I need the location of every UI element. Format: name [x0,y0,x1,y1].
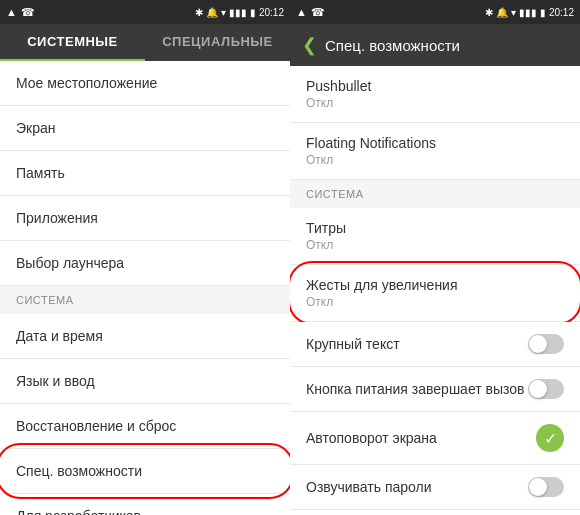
menu-item-backup[interactable]: Восстановление и сброс [0,404,290,449]
captions-title: Титры [306,220,346,236]
pushbullet-text: Pushbullet Откл [306,78,371,110]
right-bt-icon: ✱ [485,7,493,18]
time-left: 20:12 [259,7,284,18]
menu-item-location[interactable]: Мое местоположение [0,61,290,106]
settings-item-quick-enable[interactable]: Быстрое включение Откл [290,510,580,515]
captions-sub: Откл [306,238,346,252]
speak-passwords-title: Озвучивать пароли [306,479,432,495]
notification-icon: 🔔 [206,7,218,18]
phone-icon: ☎ [21,6,35,19]
floating-sub: Откл [306,153,436,167]
menu-item-storage[interactable]: Память [0,151,290,196]
settings-item-autorotate[interactable]: Автоповорот экрана ✓ [290,412,580,465]
gestures-sub: Откл [306,295,458,309]
gestures-text: Жесты для увеличения Откл [306,277,458,309]
signal-icon: ▮▮▮ [229,7,247,18]
time-right: 20:12 [549,7,574,18]
right-status-bar: ▲ ☎ ✱ 🔔 ▾ ▮▮▮ ▮ 20:12 [290,0,580,24]
triangle-icon: ▲ [6,6,17,18]
menu-item-screen[interactable]: Экран [0,106,290,151]
menu-item-language[interactable]: Язык и ввод [0,359,290,404]
autorotate-title: Автоповорот экрана [306,430,437,446]
tab-special[interactable]: СПЕЦИАЛЬНЫЕ [145,24,290,61]
tab-bar: СИСТЕМНЫЕ СПЕЦИАЛЬНЫЕ [0,24,290,61]
settings-item-large-text[interactable]: Крупный текст [290,322,580,367]
right-content: Pushbullet Откл Floating Notifications О… [290,66,580,515]
accessibility-label: Спец. возможности [16,463,142,479]
menu-item-dev[interactable]: Для разработчиков [0,494,290,515]
battery-icon: ▮ [250,7,256,18]
left-status-bar: ▲ ☎ ✱ 🔔 ▾ ▮▮▮ ▮ 20:12 [0,0,290,24]
large-text-title: Крупный текст [306,336,400,352]
right-panel-title: Спец. возможности [325,37,460,54]
right-signal-icon: ▮▮▮ [519,7,537,18]
settings-item-power-button[interactable]: Кнопка питания завершает вызов [290,367,580,412]
large-text-toggle[interactable] [528,334,564,354]
right-status-icons-left: ▲ ☎ [296,6,325,19]
right-notification-icon: 🔔 [496,7,508,18]
left-panel: ▲ ☎ ✱ 🔔 ▾ ▮▮▮ ▮ 20:12 СИСТЕМНЫЕ СПЕЦИАЛЬ… [0,0,290,515]
menu-item-launcher[interactable]: Выбор лаунчера [0,241,290,286]
settings-item-gestures[interactable]: Жесты для увеличения Откл [290,265,580,322]
speak-passwords-text: Озвучивать пароли [306,479,432,495]
floating-text: Floating Notifications Откл [306,135,436,167]
settings-item-floating[interactable]: Floating Notifications Откл [290,123,580,180]
section-system: СИСТЕМА [0,286,290,314]
autorotate-check[interactable]: ✓ [536,424,564,452]
right-wifi-icon: ▾ [511,7,516,18]
captions-text: Титры Откл [306,220,346,252]
settings-section-system: СИСТЕМА [290,180,580,208]
wifi-icon: ▾ [221,7,226,18]
right-header: ❮ Спец. возможности [290,24,580,66]
power-button-text: Кнопка питания завершает вызов [306,381,525,397]
menu-item-datetime[interactable]: Дата и время [0,314,290,359]
left-status-icons-left: ▲ ☎ [6,6,35,19]
settings-item-pushbullet[interactable]: Pushbullet Откл [290,66,580,123]
menu-item-apps[interactable]: Приложения [0,196,290,241]
right-status-right: ✱ 🔔 ▾ ▮▮▮ ▮ 20:12 [485,7,574,18]
power-button-title: Кнопка питания завершает вызов [306,381,525,397]
bt-icon: ✱ [195,7,203,18]
left-status-right: ✱ 🔔 ▾ ▮▮▮ ▮ 20:12 [195,7,284,18]
tab-system[interactable]: СИСТЕМНЫЕ [0,24,145,61]
right-phone-icon: ☎ [311,6,325,19]
right-battery-icon: ▮ [540,7,546,18]
gestures-title: Жесты для увеличения [306,277,458,293]
pushbullet-title: Pushbullet [306,78,371,94]
power-button-toggle[interactable] [528,379,564,399]
pushbullet-sub: Откл [306,96,371,110]
right-panel: ▲ ☎ ✱ 🔔 ▾ ▮▮▮ ▮ 20:12 ❮ Спец. возможност… [290,0,580,515]
back-button[interactable]: ❮ [302,34,317,56]
settings-item-speak-passwords[interactable]: Озвучивать пароли [290,465,580,510]
speak-passwords-toggle[interactable] [528,477,564,497]
floating-title: Floating Notifications [306,135,436,151]
menu-item-accessibility[interactable]: Спец. возможности [0,449,290,494]
autorotate-text: Автоповорот экрана [306,430,437,446]
large-text-text: Крупный текст [306,336,400,352]
right-triangle-icon: ▲ [296,6,307,18]
settings-item-captions[interactable]: Титры Откл [290,208,580,265]
menu-list: Мое местоположение Экран Память Приложен… [0,61,290,515]
